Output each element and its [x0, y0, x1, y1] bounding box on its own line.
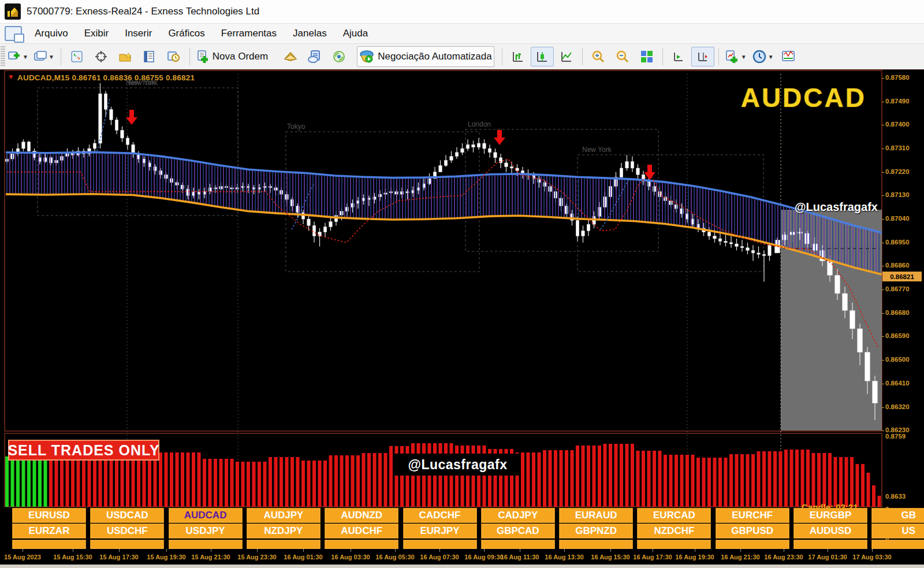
line-chart-button[interactable]	[555, 47, 578, 66]
toolbar-separator	[718, 48, 719, 65]
symbol-cell-[interactable]	[716, 540, 789, 550]
symbol-cell-audcad[interactable]: AUDCAD	[169, 508, 243, 523]
symbol-cell-audjpy[interactable]: AUDJPY	[247, 508, 321, 523]
symbol-cell-audchf[interactable]: AUDCHF	[325, 524, 398, 539]
indicators-button[interactable]: ▼	[723, 47, 749, 66]
price-axis-tick	[882, 243, 884, 243]
symbol-cell-eurusd[interactable]: EURUSD	[12, 508, 86, 523]
community-icon	[308, 50, 322, 63]
time-axis-label: 17 Aug 03:30	[852, 554, 891, 560]
symbol-cell-[interactable]	[90, 540, 164, 550]
symbol-cell-nzdjpy[interactable]: NZDJPY	[247, 524, 321, 539]
menu-item-ferramentas[interactable]: Ferramentas	[213, 25, 285, 42]
symbol-cell-eurcad[interactable]: EURCAD	[637, 508, 711, 523]
symbol-cell-[interactable]	[871, 540, 924, 550]
chart-shift-icon	[696, 50, 709, 63]
menu-item-ajuda[interactable]: Ajuda	[335, 25, 376, 42]
symbol-cell-usdchf[interactable]: USDCHF	[90, 524, 164, 539]
data-window-button[interactable]	[90, 47, 113, 66]
symbol-cell-cadchf[interactable]: CADCHF	[403, 508, 477, 523]
symbol-cell-eurgbp[interactable]: EURGBP	[793, 508, 867, 523]
menu-item-inserir[interactable]: Inserir	[117, 25, 160, 42]
new-chart-icon	[8, 51, 21, 62]
menu-item-grficos[interactable]: Gráficos	[160, 25, 213, 42]
price-axis-tick	[882, 407, 884, 408]
symbol-cell-[interactable]	[559, 540, 633, 550]
symbol-cell-audusd[interactable]: AUDUSD	[793, 524, 867, 539]
price-axis-tick	[882, 430, 884, 431]
chart-shift-button[interactable]	[691, 47, 714, 66]
profiles-button[interactable]: ▼	[32, 47, 57, 66]
time-axis-tick	[610, 549, 611, 552]
new-order-button[interactable]: Nova Ordem	[194, 47, 270, 66]
symbol-cell-euraud[interactable]: EURAUD	[559, 508, 633, 523]
price-axis-tick	[882, 360, 884, 361]
candlestick-chart-button[interactable]	[531, 47, 554, 66]
symbol-cell-us[interactable]: US	[871, 524, 924, 539]
price-axis-tick	[882, 172, 884, 173]
metaeditor-button[interactable]	[279, 47, 302, 66]
symbol-cell-eurjpy[interactable]: EURJPY	[403, 524, 477, 539]
symbol-cell-[interactable]	[247, 540, 321, 550]
window-title: 57000779: Exness-Real24 - Exness Technol…	[27, 6, 259, 17]
zoom-out-button[interactable]	[611, 47, 634, 66]
time-axis-tick	[653, 549, 653, 552]
title-bar: 57000779: Exness-Real24 - Exness Technol…	[0, 0, 924, 24]
current-price-tag: 0.86821	[882, 272, 922, 281]
symbol-cell-[interactable]	[403, 540, 477, 550]
navigator-icon	[119, 51, 132, 62]
toolbar-separator	[502, 48, 502, 65]
time-axis-tick	[351, 549, 351, 552]
chevron-down-icon: ▼	[23, 54, 28, 60]
price-axis-label: 0.86590	[885, 332, 910, 339]
symbol-cell-nzdchf[interactable]: NZDCHF	[637, 524, 711, 539]
zoom-in-button[interactable]	[587, 47, 610, 66]
symbol-cell-[interactable]	[325, 540, 398, 550]
bar-chart-button[interactable]	[506, 47, 530, 66]
terminal-button[interactable]	[138, 47, 161, 66]
tile-windows-icon	[640, 50, 653, 63]
strategy-tester-button[interactable]	[162, 47, 185, 66]
symbol-cell-gbpcad[interactable]: GBPCAD	[481, 524, 555, 539]
symbol-cell-[interactable]	[169, 540, 243, 550]
chart-area[interactable]: ▼ AUDCAD,M15 0.86761 0.86836 0.86755 0.8…	[0, 69, 924, 568]
new-chart-button[interactable]: ▼	[6, 47, 31, 66]
menu-item-exibir[interactable]: Exibir	[76, 25, 117, 42]
autotrade-label: Negociação Automatizada	[378, 51, 492, 62]
tile-windows-button[interactable]	[635, 47, 658, 66]
symbol-cell-gbpnzd[interactable]: GBPNZD	[559, 524, 633, 539]
auto-scroll-icon	[672, 50, 685, 63]
community-button[interactable]	[303, 47, 326, 66]
crosshair-icon	[95, 51, 107, 62]
symbol-cell-gbpusd[interactable]: GBPUSD	[716, 524, 789, 539]
symbol-cell-eurzar[interactable]: EURZAR	[12, 524, 86, 539]
time-axis-tick	[695, 549, 695, 552]
symbol-cell-[interactable]	[481, 540, 555, 550]
time-axis-label: 17 Aug 01:30	[808, 554, 847, 560]
market-watch-button[interactable]	[65, 47, 88, 66]
symbol-cell-usdjpy[interactable]: USDJPY	[169, 524, 243, 539]
templates-button[interactable]	[777, 47, 800, 66]
autotrade-button[interactable]: Negociação Automatizada	[357, 46, 494, 67]
symbol-cell-[interactable]	[12, 540, 86, 550]
toolbar-grip[interactable]	[1, 46, 5, 67]
price-axis-label: 0.86680	[885, 309, 910, 316]
menu-item-arquivo[interactable]: Arquivo	[27, 25, 76, 42]
symbol-cell-audnzd[interactable]: AUDNZD	[325, 508, 398, 523]
symbol-cell-cadjpy[interactable]: CADJPY	[481, 508, 555, 523]
auto-scroll-button[interactable]	[667, 47, 690, 66]
symbol-cell-usdcad[interactable]: USDCAD	[90, 508, 164, 523]
periods-button[interactable]: ▼	[750, 47, 776, 66]
symbol-cell-[interactable]	[637, 540, 711, 550]
navigator-button[interactable]	[114, 47, 137, 66]
time-axis[interactable]: 15 Aug 202315 Aug 15:3015 Aug 17:3015 Au…	[0, 549, 924, 565]
price-axis-tick	[882, 266, 884, 266]
chart-canvas[interactable]	[0, 69, 924, 568]
symbol-cell-gb[interactable]: GB	[871, 508, 924, 523]
chevron-down-icon: ▼	[741, 54, 747, 60]
symbol-cell-[interactable]	[793, 540, 867, 550]
symbol-cell-eurchf[interactable]: EURCHF	[716, 508, 789, 523]
time-axis-label: 16 Aug 05:30	[375, 554, 414, 560]
signals-button[interactable]	[327, 47, 351, 66]
menu-item-janelas[interactable]: Janelas	[285, 25, 335, 42]
